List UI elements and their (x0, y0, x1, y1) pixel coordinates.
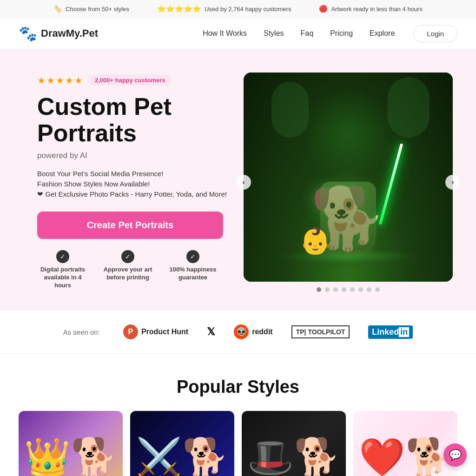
chat-icon: 💬 (449, 449, 462, 461)
carousel-prev-button[interactable]: ‹ (236, 175, 251, 190)
ground-glow (278, 249, 418, 263)
reddit-text: reddit (252, 328, 272, 336)
topbar-text-2: Used by 2,764 happy customers (205, 6, 291, 13)
toolpilot-logo: TP| TOOLPILOT (291, 325, 350, 338)
reddit-logo: 👽 reddit (234, 324, 272, 339)
tag-icon: 🏷️ (53, 5, 62, 13)
check-label-1: Digital portraits available in 4 hours (37, 266, 88, 290)
nav-how-it-works[interactable]: How It Works (203, 29, 247, 38)
style-card-starwars[interactable]: ⚔️🐕 (130, 411, 234, 476)
as-seen-label: As seen on: (63, 328, 100, 336)
clock-icon: 🔴 (319, 5, 328, 13)
top-bar: 🏷️ Choose from 50+ styles ⭐⭐⭐⭐⭐ Used by … (0, 0, 476, 18)
style-card-starwars-img: ⚔️🐕 (130, 411, 234, 476)
dot-2[interactable] (325, 287, 330, 292)
check-label-3: 100% happiness guarantee (167, 266, 218, 282)
navigation: 🐾 DrawMy.Pet How It Works Styles Faq Pri… (0, 18, 476, 49)
nav-explore[interactable]: Explore (370, 29, 395, 38)
hero-image-area: ‹ 🐕 👶 › (244, 73, 453, 292)
dot-3[interactable] (333, 287, 338, 292)
x-icon: 𝕏 (207, 326, 215, 338)
topbar-text-3: Artwork ready in less than 4 hours (331, 6, 423, 13)
trust-checkmarks: ✓ Digital portraits available in 4 hours… (37, 250, 230, 290)
dog-portrait-image: 🐕 👶 (244, 73, 453, 282)
dot-4[interactable] (342, 287, 346, 292)
product-hunt-text: Product Hunt (141, 328, 188, 336)
toolpilot-tp: TP| (296, 328, 306, 336)
check-icon-3: ✓ (186, 250, 199, 263)
carousel-dots (244, 287, 453, 292)
hero-features: Boost Your Pet's Social Media Presence! … (37, 170, 230, 198)
toolpilot-logo-box: TP| TOOLPILOT (291, 325, 350, 338)
style-card-hearts-img: ❤️🐕 (353, 411, 457, 476)
glow-effect (302, 86, 395, 179)
nav-styles[interactable]: Styles (264, 29, 284, 38)
feature-2: Fashion Show Styles Now Available! (37, 180, 230, 188)
check-happiness: ✓ 100% happiness guarantee (167, 250, 218, 290)
check-icon-1: ✓ (56, 250, 69, 263)
hero-title: Custom Pet Portraits (37, 93, 230, 146)
login-button[interactable]: Login (413, 25, 457, 42)
x-logo: 𝕏 (207, 326, 215, 338)
style-card-royal[interactable]: 👑🐕 (19, 411, 123, 476)
hero-content: ★★★★★ 2,000+ happy customers Custom Pet … (37, 75, 244, 290)
topbar-item-1: 🏷️ Choose from 50+ styles (53, 5, 129, 13)
style-card-royal-img: 👑🐕 (19, 411, 123, 476)
styles-grid: 👑🐕 ⚔️🐕 🎩🐕 ❤️🐕 (19, 411, 457, 476)
style-card-hearts[interactable]: ❤️🐕 (353, 411, 457, 476)
dot-5[interactable] (350, 287, 355, 292)
nav-faq[interactable]: Faq (301, 29, 314, 38)
dot-7[interactable] (367, 287, 371, 292)
popular-styles-section: Popular Styles 👑🐕 ⚔️🐕 🎩🐕 ❤️🐕 (0, 354, 476, 476)
check-digital: ✓ Digital portraits available in 4 hours (37, 250, 88, 290)
check-approve: ✓ Approve your art before printing (102, 250, 153, 290)
tree-left (271, 82, 309, 138)
nav-pricing[interactable]: Pricing (330, 29, 353, 38)
carousel-next-button[interactable]: › (445, 175, 460, 190)
logo-icon: 🐾 (19, 25, 37, 42)
hero-section: ★★★★★ 2,000+ happy customers Custom Pet … (0, 49, 476, 311)
product-hunt-logo: P Product Hunt (123, 324, 188, 339)
rating-badge: ★★★★★ 2,000+ happy customers (37, 75, 230, 86)
star-icon: ⭐⭐⭐⭐⭐ (157, 5, 201, 13)
style-card-dark[interactable]: 🎩🐕 (242, 411, 346, 476)
feature-1: Boost Your Pet's Social Media Presence! (37, 170, 230, 178)
check-label-2: Approve your art before printing (102, 266, 153, 282)
ph-icon: P (123, 324, 138, 339)
feature-3: ❤ Get Exclusive Photo Packs - Harry Pott… (37, 190, 230, 198)
nav-links: How It Works Styles Faq Pricing Explore (203, 29, 395, 38)
check-icon-2: ✓ (121, 250, 134, 263)
tree-right (388, 77, 430, 138)
customer-count-badge: 2,000+ happy customers (88, 75, 172, 86)
style-card-dark-img: 🎩🐕 (242, 411, 346, 476)
logo-text: DrawMy.Pet (41, 27, 98, 40)
reddit-icon: 👽 (234, 324, 249, 339)
hero-carousel: 🐕 👶 (244, 73, 453, 282)
linkedin-logo-box: Linkedin (368, 325, 413, 339)
topbar-item-3: 🔴 Artwork ready in less than 4 hours (319, 5, 423, 13)
star-rating: ★★★★★ (37, 75, 84, 86)
dot-6[interactable] (358, 287, 363, 292)
popular-styles-title: Popular Styles (19, 377, 457, 397)
linked-text: Linked (372, 327, 399, 337)
chat-bubble-button[interactable]: 💬 (443, 443, 467, 467)
logo[interactable]: 🐾 DrawMy.Pet (19, 25, 98, 42)
toolpilot-text: TOOLPILOT (308, 328, 345, 336)
topbar-text-1: Choose from 50+ styles (66, 6, 129, 13)
dot-1[interactable] (317, 287, 321, 292)
as-seen-on-bar: As seen on: P Product Hunt 𝕏 👽 reddit TP… (0, 311, 476, 354)
create-pet-portraits-button[interactable]: Create Pet Portraits (37, 212, 223, 239)
hero-subtitle: powered by AI (37, 151, 230, 160)
in-text: in (399, 327, 409, 337)
linkedin-logo: Linkedin (368, 325, 413, 339)
dot-8[interactable] (375, 287, 380, 292)
topbar-item-2: ⭐⭐⭐⭐⭐ Used by 2,764 happy customers (157, 5, 291, 13)
